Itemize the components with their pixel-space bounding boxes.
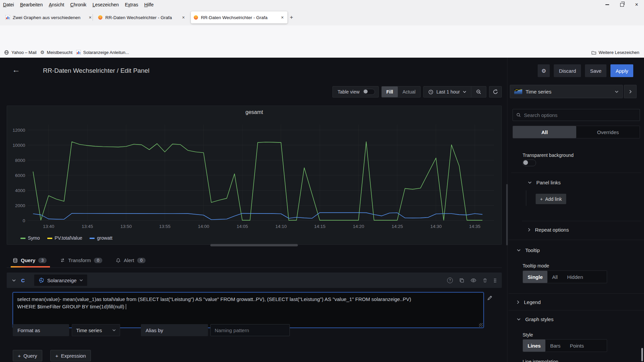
refresh-button[interactable] <box>489 86 502 98</box>
horizontal-scrollbar-thumb[interactable] <box>210 244 298 246</box>
plus-icon: + <box>18 353 21 359</box>
tab-label: Alert <box>124 257 134 263</box>
tooltip-mode-all[interactable]: All <box>547 271 562 283</box>
text-cursor <box>126 304 126 309</box>
time-range-picker[interactable]: Last 1 hour <box>424 86 471 97</box>
zoom-out-button[interactable] <box>471 86 486 97</box>
svg-text:12000: 12000 <box>12 128 25 133</box>
close-button[interactable]: × <box>629 0 644 9</box>
restore-button[interactable] <box>614 0 629 9</box>
menu-bearbeiten[interactable]: Bearbeiten <box>17 2 46 7</box>
visualization-name: Time series <box>526 89 551 95</box>
database-icon <box>13 258 18 263</box>
help-icon[interactable]: ? <box>447 278 453 283</box>
tab-3-active[interactable]: RR-Daten Wechselrichter - Grafa × <box>191 11 287 23</box>
style-label: Style <box>523 332 533 338</box>
legend-section[interactable]: Legend <box>517 299 541 305</box>
time-series-chart[interactable]: 13:4013:4513:5013:5514:0014:0514:1014:15… <box>7 106 501 244</box>
menu-datei[interactable]: Datei <box>0 2 17 7</box>
transform-count-badge: 0 <box>94 258 102 263</box>
new-tab-button[interactable]: + <box>287 13 296 21</box>
svg-text:0: 0 <box>22 218 25 223</box>
bookmark-yahoo-mail[interactable]: Yahoo – Mail <box>4 47 37 58</box>
tab-close-icon[interactable]: × <box>181 15 186 20</box>
sidebar-collapse-button[interactable] <box>624 85 637 98</box>
more-bookmarks-label: Weitere Lesezeichen <box>599 50 639 55</box>
query-row-header[interactable]: C Solaranzeige ? <box>7 273 502 288</box>
query-editor-textarea[interactable]: select mean(value)- mean(value_1)as tota… <box>13 292 484 328</box>
tab-all[interactable]: All <box>513 126 576 138</box>
naming-pattern-input[interactable]: Naming pattern <box>210 324 290 336</box>
search-options-input[interactable]: Search options <box>513 109 640 121</box>
bookmark-meistbesucht[interactable]: ⚙ Meistbesucht <box>40 47 72 58</box>
legend-series-name: PV.totalValue <box>55 235 83 241</box>
duplicate-icon[interactable] <box>459 278 464 283</box>
more-bookmarks[interactable]: Weitere Lesezeichen <box>591 47 639 58</box>
repeat-options-section[interactable]: Repeat options <box>528 227 569 233</box>
style-points[interactable]: Points <box>565 340 589 352</box>
format-as-select[interactable]: Time series <box>72 324 120 336</box>
toggle-knob <box>364 89 368 94</box>
search-icon <box>516 113 521 117</box>
naming-pattern-placeholder: Naming pattern <box>215 327 249 333</box>
chart-doc-favicon <box>5 15 10 20</box>
resize-handle[interactable] <box>479 323 483 327</box>
menu-lesezeichen[interactable]: Lesezeichen <box>90 2 122 7</box>
style-bars[interactable]: Bars <box>545 340 565 352</box>
actual-option[interactable]: Actual <box>398 86 420 97</box>
edit-pencil-button[interactable] <box>487 295 493 301</box>
trash-icon[interactable] <box>483 278 487 283</box>
pane-splitter-thumb[interactable] <box>506 184 508 245</box>
legend-item-growatt[interactable]: growatt <box>90 235 112 241</box>
visualization-picker[interactable]: Time series <box>510 85 623 98</box>
tooltip-mode-hidden[interactable]: Hidden <box>562 271 588 283</box>
tab-close-icon[interactable]: × <box>280 15 285 20</box>
bookmark-solaranzeige[interactable]: Solaranzeige Anleitun... <box>76 47 129 58</box>
drag-handle-icon[interactable] <box>494 278 496 283</box>
add-expression-button[interactable]: + Expression <box>50 350 91 361</box>
datasource-picker[interactable]: Solaranzeige <box>34 275 88 286</box>
time-range-label: Last 1 hour <box>436 89 460 95</box>
refresh-icon <box>493 89 498 95</box>
menu-chronik[interactable]: Chronik <box>67 2 89 7</box>
menu-ansicht[interactable]: Ansicht <box>46 2 67 7</box>
style-lines[interactable]: Lines <box>523 340 545 352</box>
add-expression-label: Expression <box>61 353 86 359</box>
chevron-right-icon <box>528 228 530 232</box>
query-row-actions: ? <box>447 278 496 283</box>
back-arrow-button[interactable]: ← <box>12 65 20 74</box>
transparent-background-toggle[interactable] <box>523 160 536 166</box>
chart-panel[interactable]: 13:4013:4513:5013:5514:0014:0514:1014:15… <box>7 106 502 245</box>
bookmark-label: Solaranzeige Anleitun... <box>83 50 129 55</box>
legend-series-name: growatt <box>97 235 112 241</box>
legend-item-Symo[interactable]: Symo <box>20 235 40 241</box>
legend-color-dash <box>20 238 25 239</box>
datasource-name: Solaranzeige <box>47 278 77 283</box>
table-view-toggle[interactable] <box>363 89 375 95</box>
tab-2[interactable]: RR-Daten Wechselrichter - Grafa × <box>95 11 189 23</box>
graph-styles-section[interactable]: Graph styles <box>517 316 553 322</box>
eye-icon[interactable] <box>471 278 476 283</box>
bookmarks-bar: Yahoo – Mail ⚙ Meistbesucht Solaranzeige… <box>0 47 644 58</box>
tooltip-section[interactable]: Tooltip <box>517 247 540 253</box>
clock-icon <box>428 89 433 95</box>
fill-option[interactable]: Fill <box>382 86 398 97</box>
add-query-button[interactable]: + Query <box>13 350 42 361</box>
menu-extras[interactable]: Extras <box>122 2 141 7</box>
add-link-button[interactable]: + Add link <box>536 194 566 204</box>
collapse-chevron-icon[interactable] <box>12 279 16 282</box>
tab-1[interactable]: Zwei Graphen aus verschiedenen × <box>3 11 95 23</box>
tab-transform[interactable]: Transform 0 <box>60 253 102 267</box>
tab-close-icon[interactable]: × <box>88 15 93 20</box>
tab-overrides[interactable]: Overrides <box>576 126 640 138</box>
format-as-label: Format as <box>13 324 69 336</box>
panel-links-section[interactable]: Panel links <box>528 180 561 185</box>
minimize-button[interactable] <box>600 0 614 9</box>
menu-hilfe[interactable]: Hilfe <box>141 2 157 7</box>
tooltip-mode-single[interactable]: Single <box>523 271 547 283</box>
legend-item-PV.totalValue[interactable]: PV.totalValue <box>47 235 83 241</box>
tab-alert[interactable]: Alert 0 <box>116 253 146 267</box>
sidebar-scrollbar-thumb[interactable] <box>641 348 643 361</box>
tab-query[interactable]: Query 3 <box>13 253 47 267</box>
table-view-toggle-group[interactable]: Table view <box>332 86 378 98</box>
